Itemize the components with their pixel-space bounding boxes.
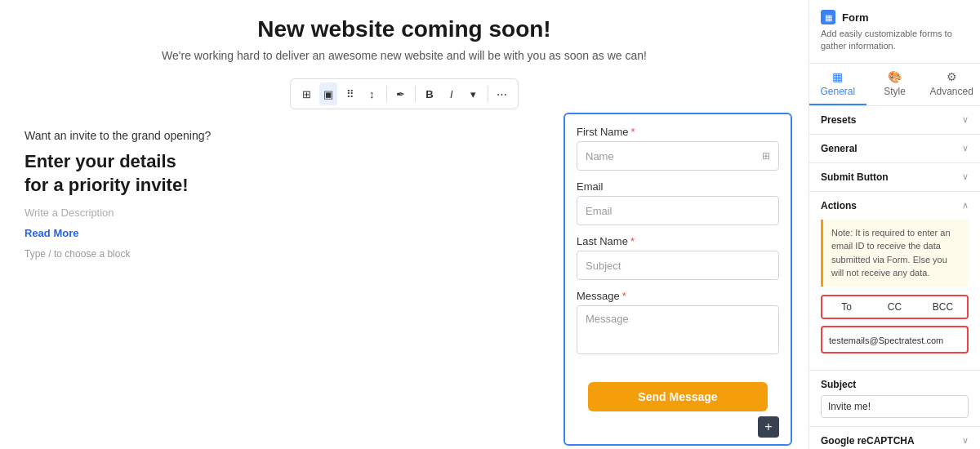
page-subtitle: We're working hard to deliver an awesome… [162, 49, 647, 62]
form-toolbar: ⊞ ▣ ⠿ ↕ ✒ B I ▾ ⋯ [290, 78, 519, 109]
general-section: General ∨ [809, 135, 980, 163]
subject-label: Subject [821, 379, 969, 390]
general-chevron: ∨ [962, 143, 969, 153]
submit-button[interactable]: Send Message [588, 382, 768, 411]
first-name-label: First Name * [577, 126, 779, 138]
tab-style[interactable]: 🎨 Style [866, 64, 924, 105]
toolbar-dots-btn[interactable]: ⠿ [341, 82, 359, 105]
first-name-field: First Name * Name ⊞ [577, 126, 779, 171]
input-icon-1: ⊞ [762, 150, 770, 162]
last-name-field: Last Name * Subject [577, 235, 779, 280]
form-footer: Send Message + [565, 376, 791, 444]
recaptcha-chevron: ∨ [962, 435, 969, 446]
invite-text: Want an invite to the grand opening? [24, 129, 539, 142]
subject-section: Subject [809, 371, 980, 426]
last-name-label: Last Name * [577, 235, 779, 247]
form-panel: First Name * Name ⊞ Email [564, 113, 792, 446]
form-inner: First Name * Name ⊞ Email [565, 114, 791, 376]
email-tab-to[interactable]: To [822, 296, 871, 318]
type-hint: Type / to choose a block [24, 248, 130, 260]
first-name-placeholder: Name [586, 150, 614, 162]
general-tab-icon: ▦ [832, 70, 843, 83]
general-title: General [821, 143, 858, 154]
message-field: Message * Message [577, 290, 779, 354]
general-tab-label: General [820, 86, 855, 97]
recaptcha-header[interactable]: Google reCAPTCHA ∨ [809, 427, 980, 449]
toolbar-bold-btn[interactable]: B [421, 82, 439, 105]
form-icon: ▦ [821, 10, 835, 24]
toolbar-arrows-btn[interactable]: ↕ [363, 82, 381, 105]
message-placeholder: Message [586, 313, 629, 325]
panel-description: Add easily customizable forms to gather … [821, 28, 969, 53]
subject-input[interactable] [821, 395, 969, 418]
bottom-row: + [577, 416, 779, 438]
message-input[interactable]: Message [577, 305, 779, 354]
actions-chevron: ∧ [962, 200, 969, 211]
toolbar-divider-2 [415, 86, 416, 102]
presets-title: Presets [821, 114, 856, 126]
actions-content: Note: It is required to enter an email I… [809, 220, 980, 370]
presets-section: Presets ∨ [809, 106, 980, 135]
message-label: Message * [577, 290, 779, 302]
submit-button-title: Submit Button [821, 171, 889, 183]
toolbar-more-btn[interactable]: ⋯ [492, 82, 511, 105]
actions-title: Actions [821, 200, 857, 211]
toolbar-grid-btn[interactable]: ⊞ [297, 82, 316, 105]
submit-button-header[interactable]: Submit Button ∨ [809, 163, 980, 191]
required-star-3: * [622, 290, 626, 302]
panel-header: ▦ Form Add easily customizable forms to … [809, 0, 980, 64]
email-address-input[interactable] [829, 336, 960, 345]
style-tab-label: Style [884, 86, 906, 97]
toolbar-italic-btn[interactable]: I [442, 82, 461, 105]
invite-heading: Enter your detailsfor a priority invite! [24, 150, 539, 197]
email-tabs: To CC BCC [821, 295, 969, 319]
toolbar-pen-btn[interactable]: ✒ [391, 82, 410, 105]
page-title: New website coming soon! [257, 16, 550, 42]
submit-button-chevron: ∨ [962, 171, 969, 182]
email-input[interactable]: Email [577, 196, 779, 225]
recaptcha-section: Google reCAPTCHA ∨ [809, 426, 980, 449]
content-layout: Want an invite to the grand opening? Ent… [16, 113, 792, 446]
add-block-button[interactable]: + [758, 416, 779, 438]
advanced-tab-icon: ⚙ [947, 70, 957, 83]
description-placeholder[interactable]: Write a Description [24, 207, 539, 219]
presets-chevron: ∨ [962, 114, 969, 125]
first-name-input[interactable]: Name ⊞ [577, 141, 779, 171]
last-name-input[interactable]: Subject [577, 251, 779, 280]
toolbar-divider-1 [386, 86, 387, 102]
presets-header[interactable]: Presets ∨ [809, 106, 980, 134]
required-star-1: * [631, 126, 635, 138]
panel-title: Form [842, 11, 869, 24]
panel-tabs: ▦ General 🎨 Style ⚙ Advanced [809, 64, 980, 106]
advanced-tab-label: Advanced [929, 86, 973, 97]
left-content: Want an invite to the grand opening? Ent… [16, 113, 547, 277]
form-container: First Name * Name ⊞ Email [564, 113, 792, 446]
email-field: Email Email [577, 180, 779, 225]
submit-button-section: Submit Button ∨ [809, 163, 980, 192]
email-placeholder: Email [586, 205, 612, 217]
toolbar-block-btn[interactable]: ▣ [319, 82, 338, 105]
toolbar-divider-3 [488, 86, 488, 102]
style-tab-icon: 🎨 [888, 70, 902, 83]
actions-section: Actions ∧ Note: It is required to enter … [809, 192, 980, 371]
panel-title-row: ▦ Form [821, 10, 969, 24]
general-header[interactable]: General ∨ [809, 135, 980, 162]
recaptcha-title: Google reCAPTCHA [821, 435, 915, 447]
actions-header[interactable]: Actions ∧ [809, 192, 980, 220]
email-input-wrapper [821, 326, 969, 353]
tab-general[interactable]: ▦ General [809, 64, 866, 105]
last-name-placeholder: Subject [586, 260, 621, 272]
canvas-area: New website coming soon! We're working h… [0, 0, 808, 449]
note-box: Note: It is required to enter an email I… [821, 220, 969, 287]
toolbar-dropdown-btn[interactable]: ▾ [464, 82, 483, 105]
required-star-2: * [630, 235, 635, 247]
right-panel: ▦ Form Add easily customizable forms to … [808, 0, 980, 449]
read-more-link[interactable]: Read More [24, 227, 539, 239]
email-tab-bcc[interactable]: BCC [919, 296, 967, 318]
tab-advanced[interactable]: ⚙ Advanced [923, 64, 980, 105]
email-label: Email [577, 180, 779, 193]
email-tab-cc[interactable]: CC [871, 296, 919, 318]
